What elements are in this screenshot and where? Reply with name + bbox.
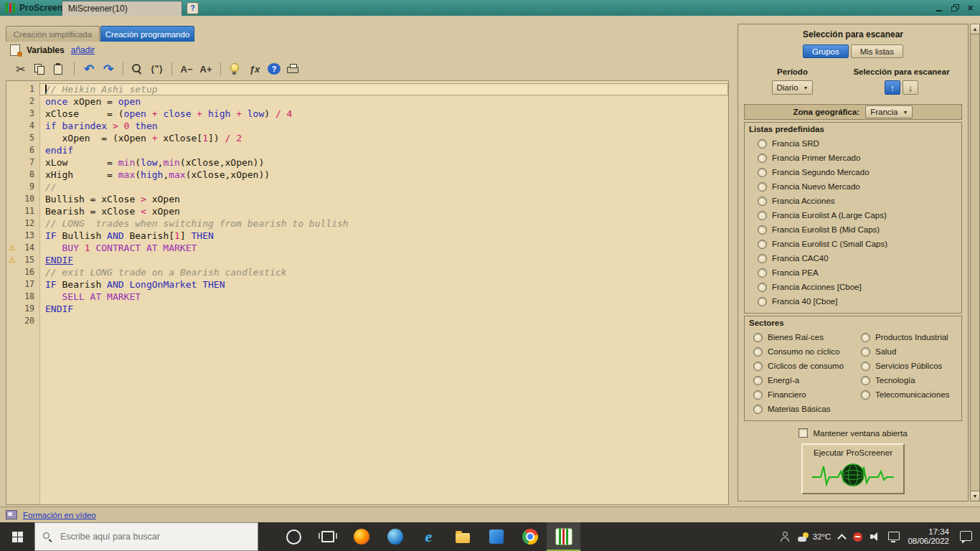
document-tab[interactable]: MiScreener(10) [62,1,182,16]
print-icon[interactable] [287,64,300,74]
hint-icon[interactable] [229,63,242,75]
radio-icon[interactable] [758,268,767,278]
radio-icon[interactable] [861,390,870,400]
code-line-10[interactable]: 10Bullish = xClose > xOpen [6,193,728,205]
zone-dropdown[interactable]: Francia ▼ [865,105,913,118]
help-icon[interactable]: ? [268,63,281,75]
taskbar-app-firefox[interactable] [344,522,378,551]
scan-down-button[interactable]: ↓ [903,80,918,95]
predefined-list-option[interactable]: Francia Primer Mercado [749,151,957,165]
code-line-17[interactable]: 17IF Bearish AND LongOnMarket THEN [6,278,728,291]
restore-button[interactable] [948,2,961,13]
weather-widget[interactable]: 32°C [798,532,831,542]
groups-button[interactable]: Grupos [803,44,849,58]
predefined-list-option[interactable]: Francia 40 [Cboe] [749,294,957,309]
code-line-11[interactable]: 11Bearish = xClose < xOpen [6,205,728,217]
radio-icon[interactable] [758,139,767,149]
code-line-5[interactable]: 5 xOpen = (xOpen + xClose[1]) / 2 [6,132,728,144]
scan-up-button[interactable]: ↑ [885,80,900,95]
sector-option[interactable]: Telecomunicaciones [857,387,957,402]
predefined-list-option[interactable]: Francia Eurolist B (Mid Caps) [749,222,957,237]
font-smaller-icon[interactable]: A− [180,62,193,76]
add-variable-link[interactable]: añadir [71,45,95,55]
start-button[interactable] [0,522,34,551]
code-line-20[interactable]: 20 [6,315,728,327]
predefined-list-option[interactable]: Francia CAC40 [749,251,957,265]
taskbar-app-explorer[interactable] [446,522,479,551]
sector-option[interactable]: Consumo no cíclico [749,344,857,359]
predefined-list-option[interactable]: Francia Nuevo Mercado [749,179,957,194]
radio-icon[interactable] [861,376,870,385]
predefined-list-option[interactable]: Francia Segundo Mercado [749,165,957,179]
tab-help-icon[interactable]: ? [187,2,199,14]
code-line-16[interactable]: 16// exit LONG trade on a Bearish candle… [6,266,728,278]
tab-programming-creation[interactable]: Creación programando [100,26,194,42]
predefined-list-option[interactable]: Francia Acciones [Cboe] [749,280,957,294]
taskbar-app-prorealtime[interactable] [547,522,580,551]
radio-icon[interactable] [758,197,767,206]
code-line-1[interactable]: 1// Heikin Ashi setup [6,83,728,95]
code-line-14[interactable]: ⚠14 BUY 1 CONTRACT AT MARKET [6,242,728,254]
paste-icon[interactable] [53,63,66,75]
predefined-list-option[interactable]: Francia Eurolist A (Large Caps) [749,208,957,222]
code-line-13[interactable]: 13IF Bullish AND Bearish[1] THEN [6,230,728,242]
scroll-up-icon[interactable]: ▲ [971,24,979,34]
sector-option[interactable]: Bienes Raí-ces [749,330,857,344]
redo-icon[interactable]: ↷ [102,62,115,76]
taskbar-search-input[interactable] [59,531,241,542]
radio-icon[interactable] [753,390,763,400]
taskbar-app-ie[interactable]: e [412,522,446,551]
tab-simplified-creation[interactable]: Creación simplificada [6,26,100,42]
code-line-7[interactable]: 7xLow = min(low,min(xClose,xOpen)) [6,156,728,169]
my-lists-button[interactable]: Mis listas [851,44,903,58]
code-line-4[interactable]: 4if barindex > 0 then [6,120,728,132]
video-training-link[interactable]: Formación en vídeo [23,511,96,519]
sector-option[interactable]: Cíclicos de consumo [749,359,857,373]
functions-icon[interactable]: ƒx [248,62,261,76]
sector-option[interactable]: Servicios Públicos [857,359,957,373]
predefined-list-option[interactable]: Francia Acciones [749,194,957,208]
code-line-15[interactable]: ⚠15ENDIF [6,254,728,266]
radio-icon[interactable] [861,347,870,357]
code-line-3[interactable]: 3xClose = (open + close + high + low) / … [6,108,728,120]
keep-window-open-row[interactable]: Mantener ventana abierta [744,428,962,438]
volume-icon[interactable] [870,532,880,541]
predefined-list-option[interactable]: Francia Eurolist C (Small Caps) [749,237,957,251]
sector-option[interactable]: Financiero [749,387,857,402]
sector-option[interactable]: Tecnología [857,373,957,387]
radio-icon[interactable] [758,283,767,292]
radio-icon[interactable] [753,362,763,371]
radio-icon[interactable] [753,405,763,414]
minimize-button[interactable] [933,2,945,13]
network-icon[interactable] [888,532,900,540]
copy-icon[interactable] [34,63,47,75]
taskbar-search[interactable] [34,522,258,551]
code-line-9[interactable]: 9// [6,181,728,193]
close-button[interactable]: × [964,2,976,13]
taskbar-app-chrome[interactable] [513,522,547,551]
code-line-8[interactable]: 8xHigh = max(high,max(xClose,xOpen)) [6,169,728,181]
cut-icon[interactable]: ✂ [14,62,27,76]
radio-icon[interactable] [758,297,767,306]
radio-icon[interactable] [758,182,767,192]
predefined-list-option[interactable]: Francia PEA [749,265,957,280]
red-badge-icon[interactable] [853,532,862,542]
code-line-19[interactable]: 19ENDIF [6,303,728,315]
clock[interactable]: 17:34 08/06/2022 [908,527,949,546]
taskbar-app-taskview[interactable] [311,522,344,551]
radio-icon[interactable] [861,362,870,371]
radio-icon[interactable] [753,333,763,342]
chevron-up-icon[interactable] [838,534,847,543]
notification-icon[interactable] [960,531,972,541]
font-larger-icon[interactable]: A+ [199,62,212,76]
panel-scrollbar[interactable]: ▲ ▼ [970,24,980,501]
radio-icon[interactable] [758,254,767,263]
radio-icon[interactable] [758,240,767,249]
taskbar-app-cortana[interactable] [277,522,311,551]
radio-icon[interactable] [758,225,767,235]
code-line-6[interactable]: 6endif [6,144,728,156]
undo-icon[interactable]: ↶ [83,62,95,76]
search-icon[interactable] [131,63,144,75]
sector-option[interactable]: Productos Industrial [857,330,957,344]
radio-icon[interactable] [758,154,767,163]
